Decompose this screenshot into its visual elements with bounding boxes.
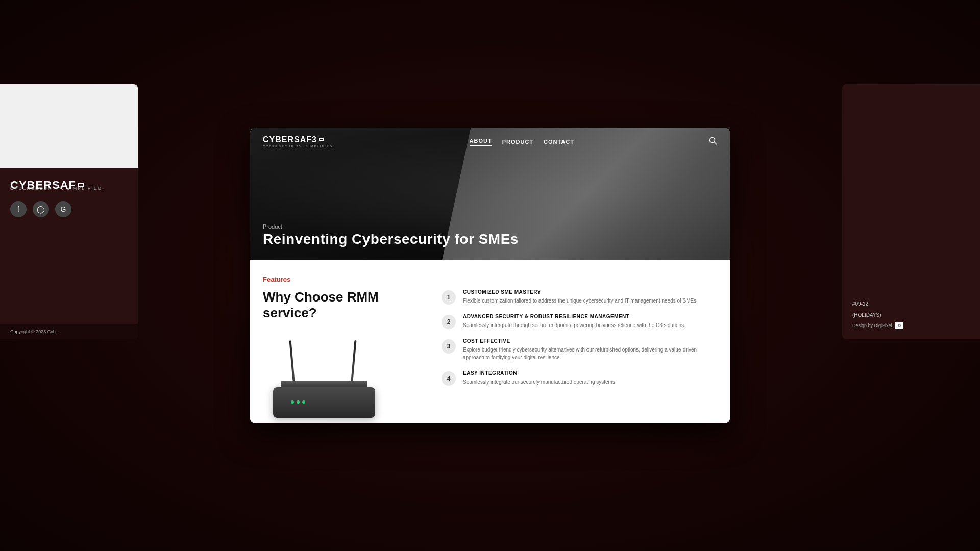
side-right-design: Design by DigiPixel D (852, 322, 970, 329)
feature-title-3: COST EFFECTIVE (463, 338, 717, 344)
facebook-icon[interactable]: f (10, 201, 27, 217)
nav-about[interactable]: ABOUT (470, 138, 492, 146)
feature-desc-2: Seamlessly intergrate through secure end… (463, 321, 685, 329)
nav-product[interactable]: PRODUCT (502, 139, 533, 145)
left-content: Why Choose RMM service? (263, 289, 426, 423)
section-title: Why Choose RMM service? (263, 289, 426, 321)
antenna-right (351, 340, 357, 381)
breadcrumb-text: Product (263, 223, 282, 230)
copyright-text: Copyright © 2023 Cyb... (10, 329, 59, 334)
router-light-1 (291, 400, 294, 404)
feature-content-1: CUSTOMIZED SME MASTERY Flexible customiz… (463, 289, 698, 305)
features-list: 1 CUSTOMIZED SME MASTERY Flexible custom… (442, 289, 717, 423)
main-window: CYBERSAF3 CYBERSECURITY. SIMPLIFIED. ABO… (250, 128, 730, 423)
features-label: Features (263, 276, 717, 283)
logo-container: CYBERSAF3 CYBERSECURITY. SIMPLIFIED. (263, 135, 335, 148)
svg-line-1 (714, 142, 717, 145)
feature-title-2: ADVANCED SECURITY & ROBUST RESILIENCE MA… (463, 314, 685, 319)
router-light-3 (302, 400, 305, 404)
feature-title-4: EASY INTEGRATION (463, 370, 617, 376)
google-icon[interactable]: G (55, 201, 71, 217)
side-right-address: #09-12, (852, 300, 970, 308)
logo-text: CYBERSAF3 (263, 135, 317, 144)
logo-row: CYBERSAF3 (263, 135, 335, 144)
router-lights (291, 400, 305, 404)
feature-content-2: ADVANCED SECURITY & ROBUST RESILIENCE MA… (463, 314, 685, 329)
side-right-hours: (HOLIDAYS) (852, 312, 970, 318)
side-panel-right: #09-12, (HOLIDAYS) Design by DigiPixel D (842, 84, 980, 339)
hero-title: Reinventing Cybersecurity for SMEs (263, 231, 519, 247)
side-footer: Copyright © 2023 Cyb... (0, 324, 138, 339)
side-panel-left: CYBERSAF CYBERSECURITY. SIMPLIFIED. f ◯ … (0, 84, 138, 339)
logo-inner: CYBERSAF3 CYBERSECURITY. SIMPLIFIED. (263, 135, 335, 148)
content-inner: Why Choose RMM service? (263, 289, 717, 423)
router-body (273, 387, 375, 418)
feature-number-1: 1 (442, 290, 456, 305)
breadcrumb: Product (263, 223, 282, 230)
feature-desc-4: Seamlessly integrate our securely manufa… (463, 378, 617, 386)
logo-box (319, 138, 324, 141)
hero-section: CYBERSAF3 CYBERSECURITY. SIMPLIFIED. ABO… (250, 128, 730, 260)
feature-number-3: 3 (442, 339, 456, 354)
feature-desc-3: Explore budget-friendly cybersecurity al… (463, 346, 717, 361)
feature-desc-1: Flexible customization tailored to addre… (463, 297, 698, 305)
side-logo: CYBERSAF CYBERSECURITY. SIMPLIFIED. (10, 179, 128, 191)
design-badge: D (895, 322, 904, 329)
router-visual (263, 331, 390, 423)
social-icons: f ◯ G (10, 201, 128, 217)
design-label: Design by DigiPixel (852, 323, 892, 328)
antenna-left (289, 340, 295, 381)
feature-item-2: 2 ADVANCED SECURITY & ROBUST RESILIENCE … (442, 314, 717, 329)
router-light-2 (297, 400, 300, 404)
search-icon[interactable] (709, 137, 717, 146)
feature-item-1: 1 CUSTOMIZED SME MASTERY Flexible custom… (442, 289, 717, 305)
side-panel-left-top (0, 84, 138, 168)
navbar: CYBERSAF3 CYBERSECURITY. SIMPLIFIED. ABO… (250, 128, 730, 156)
feature-title-1: CUSTOMIZED SME MASTERY (463, 289, 698, 295)
feature-item-4: 4 EASY INTEGRATION Seamlessly integrate … (442, 370, 717, 386)
feature-number-4: 4 (442, 371, 456, 386)
feature-item-3: 3 COST EFFECTIVE Explore budget-friendly… (442, 338, 717, 361)
feature-content-3: COST EFFECTIVE Explore budget-friendly c… (463, 338, 717, 361)
side-panel-left-bottom: CYBERSAF CYBERSECURITY. SIMPLIFIED. f ◯ … (0, 168, 138, 339)
side-logo-sub: CYBERSECURITY. SIMPLIFIED. (10, 186, 128, 191)
feature-number-2: 2 (442, 315, 456, 329)
content-section: Features Why Choose RMM service? (250, 260, 730, 423)
feature-content-4: EASY INTEGRATION Seamlessly integrate ou… (463, 370, 617, 386)
nav-contact[interactable]: CONTACT (544, 139, 574, 145)
logo-sub: CYBERSECURITY. SIMPLIFIED. (263, 145, 335, 148)
nav-links: ABOUT PRODUCT CONTACT (470, 138, 574, 146)
instagram-icon[interactable]: ◯ (33, 201, 49, 217)
